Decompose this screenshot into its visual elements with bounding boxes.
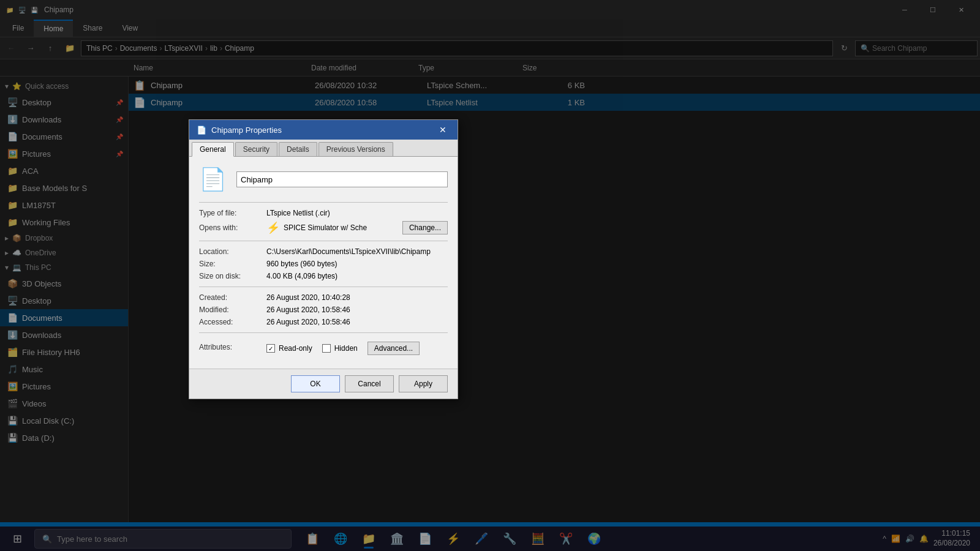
dialog-overlay: 📄 Chipamp Properties ✕ General Security … (0, 0, 980, 551)
dialog-title-icon: 📄 (197, 126, 206, 135)
type-label: Type of file: (199, 209, 266, 217)
size-on-disk-label: Size on disk: (199, 272, 266, 280)
size-on-disk-row: Size on disk: 4.00 KB (4,096 bytes) (199, 272, 448, 280)
hidden-attr: Hidden (322, 344, 358, 353)
size-label: Size: (199, 260, 266, 268)
hidden-checkbox[interactable] (322, 344, 331, 353)
readonly-attr: ✓ Read-only (266, 344, 312, 353)
accessed-label: Accessed: (199, 318, 266, 326)
modified-value: 26 August 2020, 10:58:46 (266, 305, 448, 314)
cancel-button[interactable]: Cancel (345, 375, 394, 392)
divider-4 (199, 332, 448, 333)
readonly-label: Read-only (279, 344, 312, 353)
modified-row: Modified: 26 August 2020, 10:58:46 (199, 305, 448, 314)
ok-button[interactable]: OK (291, 375, 340, 392)
opens-with-row: Opens with: ⚡ SPICE Simulator w/ Sche Ch… (199, 221, 448, 234)
opens-with-label: Opens with: (199, 223, 266, 232)
change-button[interactable]: Change... (402, 221, 448, 234)
apply-button[interactable]: Apply (399, 375, 448, 392)
location-label: Location: (199, 247, 266, 256)
hidden-label: Hidden (334, 344, 358, 353)
created-label: Created: (199, 293, 266, 302)
size-row: Size: 960 bytes (960 bytes) (199, 260, 448, 268)
attributes-label: Attributes: (199, 343, 266, 351)
type-row: Type of file: LTspice Netlist (.cir) (199, 209, 448, 217)
attributes-controls: ✓ Read-only Hidden Advanced... (266, 342, 420, 355)
dialog-footer: OK Cancel Apply (189, 369, 458, 399)
app-name: SPICE Simulator w/ Sche (284, 223, 367, 232)
dialog-tab-previous-versions[interactable]: Previous Versions (318, 142, 393, 156)
accessed-row: Accessed: 26 August 2020, 10:58:46 (199, 318, 448, 326)
modified-label: Modified: (199, 305, 266, 314)
dialog-content: 📄 Type of file: LTspice Netlist (.cir) O… (189, 157, 458, 369)
divider-1 (199, 202, 448, 203)
opens-with-app: ⚡ SPICE Simulator w/ Sche (266, 221, 402, 234)
dialog-tab-details[interactable]: Details (279, 142, 317, 156)
dialog-file-icon: 📄 (199, 167, 227, 192)
size-value: 960 bytes (960 bytes) (266, 260, 448, 268)
dialog-tab-general[interactable]: General (192, 142, 234, 157)
dialog-file-name-input[interactable] (236, 171, 448, 187)
attributes-row: Attributes: ✓ Read-only Hidden Advanced.… (199, 339, 448, 355)
dialog-title-text: Chipamp Properties (211, 126, 431, 135)
location-value: C:\Users\Karl\Documents\LTspiceXVII\lib\… (266, 247, 448, 256)
divider-2 (199, 241, 448, 241)
type-value: LTspice Netlist (.cir) (266, 209, 448, 217)
created-row: Created: 26 August 2020, 10:40:28 (199, 293, 448, 302)
dialog-title-bar: 📄 Chipamp Properties ✕ (189, 120, 458, 140)
readonly-checkbox[interactable]: ✓ (266, 344, 275, 353)
dialog-tabs: General Security Details Previous Versio… (189, 140, 458, 157)
dialog-file-header: 📄 (199, 167, 448, 192)
dialog-tab-security[interactable]: Security (235, 142, 277, 156)
location-row: Location: C:\Users\Karl\Documents\LTspic… (199, 247, 448, 256)
created-value: 26 August 2020, 10:40:28 (266, 293, 448, 302)
advanced-button[interactable]: Advanced... (368, 342, 420, 355)
dialog-close-button[interactable]: ✕ (435, 122, 450, 137)
accessed-value: 26 August 2020, 10:58:46 (266, 318, 448, 326)
divider-3 (199, 287, 448, 287)
app-icon: ⚡ (266, 221, 280, 234)
properties-dialog: 📄 Chipamp Properties ✕ General Security … (189, 119, 458, 399)
size-on-disk-value: 4.00 KB (4,096 bytes) (266, 272, 448, 280)
